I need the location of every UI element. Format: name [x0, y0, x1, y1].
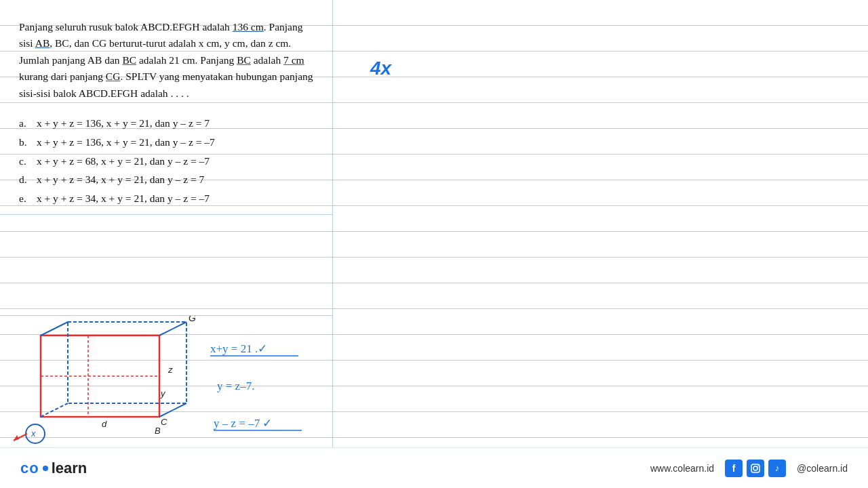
drawing-area: G z C y d B x x+y = 21 .✓: [0, 315, 332, 447]
instagram-icon: [747, 460, 764, 477]
option-e: e. x + y + z = 34, x + y = 21, dan y – z…: [19, 189, 315, 208]
options-list: a. x + y + z = 136, x + y = 21, dan y – …: [0, 108, 332, 214]
svg-text:B: B: [155, 426, 161, 436]
svg-line-2: [41, 322, 68, 336]
svg-text:d: d: [102, 419, 107, 429]
footer-website: www.colearn.id: [650, 463, 714, 474]
logo-learn: learn: [52, 460, 87, 477]
svg-point-23: [43, 466, 48, 471]
footer-logo: co learn: [20, 460, 87, 477]
svg-marker-17: [14, 435, 19, 441]
svg-text:y – z = –7 ✓: y – z = –7 ✓: [214, 417, 272, 430]
svg-text:y = z–7.: y = z–7.: [217, 380, 254, 392]
svg-text:z: z: [167, 365, 173, 375]
svg-text:x: x: [31, 428, 36, 439]
svg-line-4: [159, 403, 186, 417]
svg-point-26: [757, 465, 759, 466]
option-b: b. x + y + z = 136, x + y = 21, dan y – …: [19, 133, 315, 152]
annotation-4x: 4x: [370, 58, 391, 79]
logo-separator: [42, 465, 49, 472]
social-handle: @colearn.id: [797, 463, 848, 474]
tiktok-icon: ♪: [768, 460, 786, 477]
social-icons: f ♪: [725, 460, 786, 477]
svg-line-5: [41, 403, 68, 417]
svg-text:G: G: [189, 315, 196, 323]
svg-point-25: [753, 466, 757, 470]
svg-rect-1: [68, 322, 186, 403]
svg-rect-24: [751, 464, 760, 472]
problem-text: Panjang seluruh rusuk balok ABCD.EFGH ad…: [19, 19, 315, 102]
footer-right: www.colearn.id f ♪ @colearn.id: [650, 460, 848, 477]
logo-co: co: [20, 460, 39, 477]
facebook-icon: f: [725, 460, 743, 477]
footer: co learn www.colearn.id f: [0, 447, 868, 488]
svg-text:C: C: [161, 417, 167, 427]
svg-text:x+y = 21 .✓: x+y = 21 .✓: [210, 342, 267, 355]
svg-line-3: [159, 322, 186, 336]
svg-text:y: y: [160, 388, 166, 399]
option-d: d. x + y + z = 34, x + y = 21, dan y – z…: [19, 170, 315, 189]
option-a: a. x + y + z = 136, x + y = 21, dan y – …: [19, 114, 315, 133]
option-c: c. x + y + z = 68, x + y = 21, dan y – z…: [19, 152, 315, 171]
